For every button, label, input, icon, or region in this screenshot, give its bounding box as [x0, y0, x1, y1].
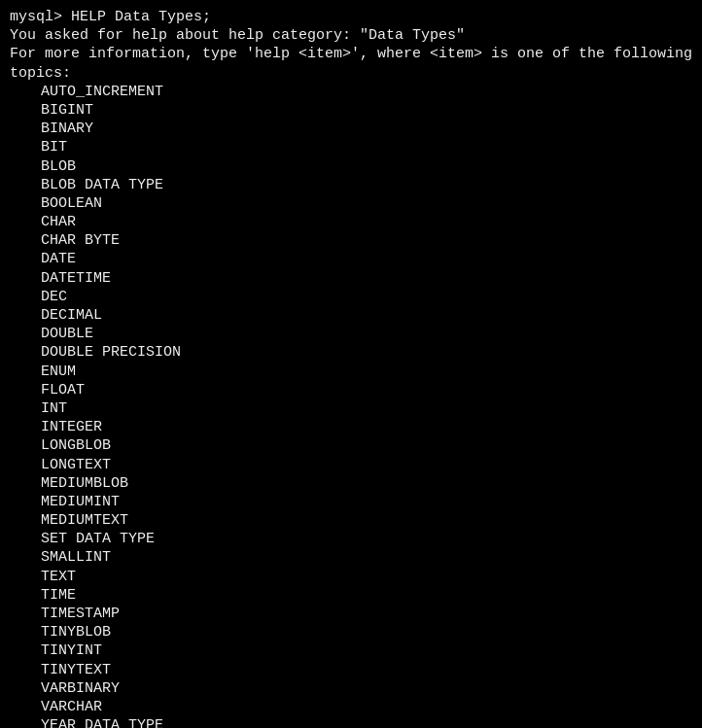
item-mediumtext: MEDIUMTEXT: [10, 511, 692, 530]
item-enum: ENUM: [10, 363, 692, 381]
item-decimal: DECIMAL: [10, 306, 692, 325]
item-dec: DEC: [10, 288, 692, 306]
item-char: CHAR: [10, 213, 692, 231]
item-tinyint: TINYINT: [10, 641, 692, 660]
item-char-byte: CHAR BYTE: [10, 231, 692, 250]
item-blob-data-type: BLOB DATA TYPE: [10, 176, 692, 194]
item-float: FLOAT: [10, 381, 692, 399]
item-date: DATE: [10, 250, 692, 268]
item-blob: BLOB: [10, 157, 692, 176]
item-boolean: BOOLEAN: [10, 194, 692, 213]
item-smallint: SMALLINT: [10, 548, 692, 567]
item-binary: BINARY: [10, 120, 692, 138]
item-longblob: LONGBLOB: [10, 436, 692, 455]
item-mediumblob: MEDIUMBLOB: [10, 474, 692, 493]
item-bit: BIT: [10, 138, 692, 156]
item-tinytext: TINYTEXT: [10, 661, 692, 679]
item-varchar: VARCHAR: [10, 698, 692, 716]
item-int: INT: [10, 399, 692, 418]
item-year-data-type: YEAR DATA TYPE: [10, 716, 692, 728]
item-tinyblob: TINYBLOB: [10, 623, 692, 641]
item-mediumint: MEDIUMINT: [10, 493, 692, 511]
help-line2: For more information, type 'help <item>'…: [10, 45, 692, 63]
item-integer: INTEGER: [10, 418, 692, 436]
item-varbinary: VARBINARY: [10, 679, 692, 698]
item-set-data-type: SET DATA TYPE: [10, 530, 692, 548]
item-longtext: LONGTEXT: [10, 456, 692, 474]
item-double-precision: DOUBLE PRECISION: [10, 343, 692, 362]
help-line3: topics:: [10, 64, 692, 83]
item-double: DOUBLE: [10, 325, 692, 343]
item-timestamp: TIMESTAMP: [10, 605, 692, 623]
item-text: TEXT: [10, 568, 692, 586]
terminal: mysql> HELP Data Types;You asked for hel…: [10, 8, 692, 728]
item-datetime: DATETIME: [10, 269, 692, 288]
item-auto-increment: AUTO_INCREMENT: [10, 83, 692, 101]
item-bigint: BIGINT: [10, 101, 692, 120]
help-line1: You asked for help about help category: …: [10, 26, 692, 45]
item-time: TIME: [10, 586, 692, 605]
cmd-line: mysql> HELP Data Types;: [10, 8, 692, 26]
